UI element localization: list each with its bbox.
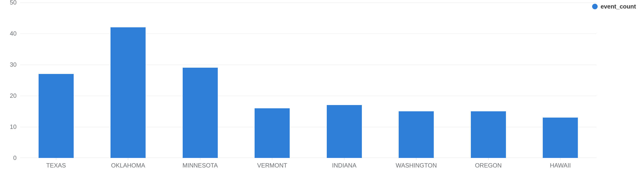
bar-slot: INDIANA [308, 3, 380, 158]
bar-chart: event_count 01020304050 TEXASOKLAHOMAMIN… [0, 0, 644, 177]
bar-slot: OREGON [452, 3, 524, 158]
x-tick-label: TEXAS [46, 162, 66, 169]
y-tick-label: 10 [10, 123, 17, 130]
y-tick-label: 30 [10, 61, 17, 68]
y-tick-label: 0 [13, 154, 17, 161]
x-tick-label: VERMONT [257, 162, 287, 169]
bars-group: TEXASOKLAHOMAMINNESOTAVERMONTINDIANAWASH… [20, 3, 596, 158]
bar-slot: MINNESOTA [164, 3, 236, 158]
bar [471, 111, 506, 158]
x-tick-label: OKLAHOMA [111, 162, 145, 169]
legend: event_count [592, 3, 636, 10]
x-tick-label: OREGON [475, 162, 502, 169]
x-tick-mark [344, 158, 344, 160]
y-tick-label: 20 [10, 92, 17, 99]
bar-slot: WASHINGTON [380, 3, 453, 158]
x-tick-mark [416, 158, 416, 160]
x-tick-label: INDIANA [332, 162, 356, 169]
y-tick-label: 40 [10, 30, 17, 37]
bar [327, 105, 362, 158]
bar [111, 27, 146, 158]
plot-area: 01020304050 TEXASOKLAHOMAMINNESOTAVERMON… [20, 3, 596, 158]
x-tick-mark [272, 158, 272, 160]
legend-series-label: event_count [601, 3, 636, 10]
bar [255, 108, 290, 158]
bar [543, 118, 578, 158]
bar-slot: TEXAS [20, 3, 92, 158]
bar-slot: VERMONT [236, 3, 308, 158]
x-tick-mark [200, 158, 200, 160]
x-tick-label: WASHINGTON [396, 162, 437, 169]
x-tick-mark [560, 158, 561, 160]
bar [399, 111, 434, 158]
x-tick-label: MINNESOTA [182, 162, 218, 169]
bar [39, 74, 74, 158]
x-tick-mark [128, 158, 128, 160]
y-tick-label: 50 [10, 0, 17, 6]
x-tick-mark [56, 158, 56, 160]
x-tick-mark [488, 158, 488, 160]
x-tick-label: HAWAII [550, 162, 571, 169]
bar-slot: OKLAHOMA [92, 3, 164, 158]
bar-slot: HAWAII [524, 3, 597, 158]
bar [183, 68, 218, 158]
